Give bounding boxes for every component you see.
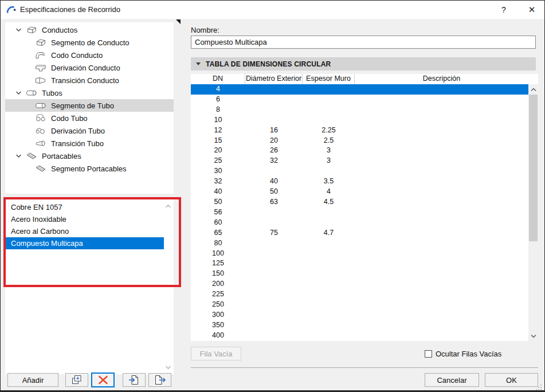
add-button[interactable]: Añadir [7, 373, 58, 387]
column-header-dn[interactable]: DN [191, 74, 245, 84]
cell-dn[interactable]: 80 [191, 238, 245, 249]
table-row-dn-40[interactable]: 40504 [191, 187, 528, 197]
import-button[interactable] [123, 373, 146, 387]
table-row-dn-300[interactable]: 300 [191, 310, 528, 320]
cell-wt[interactable] [303, 331, 355, 341]
table-row-dn-12[interactable]: 12162.25 [191, 126, 528, 136]
tree-item-portacables[interactable]: Portacables [5, 150, 174, 162]
tree-item-tubos[interactable]: Tubos [5, 87, 174, 99]
cell-od[interactable] [245, 207, 303, 218]
cell-od[interactable] [245, 238, 303, 249]
cell-desc[interactable] [355, 197, 528, 207]
tree-item-derivacion-conducto[interactable]: Derivación Conducto [5, 61, 174, 74]
cell-desc[interactable] [355, 289, 528, 300]
cell-dn[interactable]: 40 [191, 187, 245, 197]
cell-dn[interactable]: 250 [191, 300, 245, 310]
cell-desc[interactable] [355, 105, 528, 115]
ok-button[interactable]: OK [485, 373, 538, 387]
cell-dn[interactable]: 60 [191, 218, 245, 228]
cell-dn[interactable]: 56 [191, 207, 245, 218]
chevron-down-icon[interactable] [12, 153, 25, 159]
cell-dn[interactable]: 125 [191, 258, 245, 269]
cell-od[interactable] [245, 115, 303, 126]
cell-wt[interactable]: 3 [303, 146, 355, 156]
cell-desc[interactable] [355, 269, 528, 279]
table-row-dn-30[interactable]: 30 [191, 166, 528, 177]
cell-od[interactable] [245, 95, 303, 105]
cell-wt[interactable]: 3.5 [303, 177, 355, 187]
cell-od[interactable]: 16 [245, 126, 303, 136]
cell-desc[interactable] [355, 279, 528, 289]
list-item-acero-al-carbono[interactable]: Acero al Carbono [5, 225, 164, 237]
tree-item-transicion-conducto[interactable]: Transición Conducto [5, 74, 174, 87]
cell-dn[interactable]: 225 [191, 289, 245, 300]
empty-row-button[interactable]: Fila Vacía [191, 347, 241, 360]
name-input[interactable] [191, 36, 536, 49]
table-row-dn-50[interactable]: 50634.5 [191, 197, 528, 207]
table-row-dn-10[interactable]: 10 [191, 115, 528, 126]
cell-desc[interactable] [355, 166, 528, 177]
cell-wt[interactable] [303, 207, 355, 218]
cell-od[interactable] [245, 320, 303, 331]
cell-dn[interactable]: 8 [191, 105, 245, 115]
cell-dn[interactable]: 100 [191, 249, 245, 259]
cell-dn[interactable]: 150 [191, 269, 245, 279]
section-header-dimension-table[interactable]: TABLA DE DIMENSIONES CIRCULAR [191, 57, 536, 70]
cell-wt[interactable]: 3 [303, 156, 355, 166]
cell-wt[interactable] [303, 105, 355, 115]
list-item-compuesto-multicapa[interactable]: Compuesto Multicapa [5, 237, 164, 249]
cell-od[interactable] [245, 249, 303, 259]
cell-dn[interactable]: 32 [191, 177, 245, 187]
cell-desc[interactable] [355, 177, 528, 187]
cell-wt[interactable] [303, 310, 355, 320]
list-scroll-down-icon[interactable] [164, 365, 172, 371]
cell-desc[interactable] [355, 136, 528, 146]
cell-od[interactable] [245, 258, 303, 269]
table-row-dn-200[interactable]: 200 [191, 279, 528, 289]
cell-wt[interactable]: 4 [303, 187, 355, 197]
table-row-dn-250[interactable]: 250 [191, 300, 528, 310]
cell-desc[interactable] [355, 115, 528, 126]
cell-desc[interactable] [355, 331, 528, 341]
cell-od[interactable] [245, 84, 303, 95]
chevron-down-icon[interactable] [12, 27, 25, 33]
cell-od[interactable] [245, 166, 303, 177]
duplicate-button[interactable] [65, 373, 88, 387]
export-button[interactable] [148, 373, 171, 387]
cell-dn[interactable]: 300 [191, 310, 245, 320]
cell-desc[interactable] [355, 300, 528, 310]
table-row-dn-125[interactable]: 125 [191, 258, 528, 269]
column-header-diametro-exterior[interactable]: Diámetro Exterior [245, 74, 303, 84]
table-row-dn-225[interactable]: 225 [191, 289, 528, 300]
cell-wt[interactable] [303, 269, 355, 279]
table-row-dn-20[interactable]: 20263 [191, 146, 528, 156]
cell-desc[interactable] [355, 258, 528, 269]
cell-desc[interactable] [355, 84, 528, 95]
tree-item-conductos[interactable]: Conductos [5, 23, 174, 36]
tree-item-segmento-de-tubo[interactable]: Segmento de Tubo [5, 99, 174, 112]
cell-dn[interactable]: 25 [191, 156, 245, 166]
cancel-button[interactable]: Cancelar [425, 373, 479, 387]
cell-od[interactable]: 40 [245, 177, 303, 187]
cell-dn[interactable]: 20 [191, 146, 245, 156]
cell-desc[interactable] [355, 238, 528, 249]
hide-empty-rows-checkbox[interactable] [425, 350, 432, 358]
table-row-dn-150[interactable]: 150 [191, 269, 528, 279]
delete-button[interactable] [91, 373, 115, 387]
table-scrollbar-thumb[interactable] [529, 95, 538, 241]
cell-desc[interactable] [355, 95, 528, 105]
table-row-dn-100[interactable]: 100 [191, 249, 528, 259]
cell-dn[interactable]: 50 [191, 197, 245, 207]
table-row-dn-25[interactable]: 25323 [191, 156, 528, 166]
cell-od[interactable] [245, 331, 303, 341]
table-row-dn-32[interactable]: 32403.5 [191, 177, 528, 187]
chevron-down-icon[interactable] [12, 90, 25, 96]
table-row-dn-400[interactable]: 400 [191, 331, 528, 341]
cell-wt[interactable]: 4.7 [303, 228, 355, 238]
cell-od[interactable]: 32 [245, 156, 303, 166]
table-row-dn-65[interactable]: 65754.7 [191, 228, 528, 238]
cell-od[interactable] [245, 310, 303, 320]
table-row-dn-6[interactable]: 6 [191, 95, 528, 105]
table-row-dn-60[interactable]: 60 [191, 218, 528, 228]
cell-dn[interactable]: 400 [191, 331, 245, 341]
